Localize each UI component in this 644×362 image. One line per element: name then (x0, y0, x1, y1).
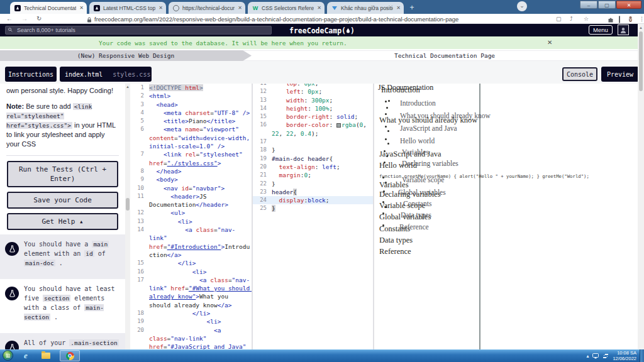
close-button[interactable]: ✕ (616, 1, 641, 9)
breadcrumb-project[interactable]: Technical Documentation Page (252, 50, 638, 61)
code-line[interactable]: 17 <a class="nav-link" href="#What you s… (130, 276, 252, 309)
save-code-button[interactable]: Save your Code (7, 192, 118, 209)
code-line[interactable]: 7 <link rel="stylesheet" href="./styles.… (130, 150, 252, 167)
chrome-taskbar-icon[interactable] (60, 350, 80, 361)
code-line[interactable]: 18 </li> (130, 309, 252, 317)
tab-close-icon[interactable]: ✕ (238, 5, 242, 11)
new-tab-button[interactable]: + (408, 3, 416, 12)
html-code-editor[interactable]: 1<!DOCTYPE html>2<html>3 <head>4 <meta c… (130, 84, 252, 349)
file-explorer-icon[interactable] (38, 351, 54, 361)
bookmark-page-icon[interactable]: ▢ (556, 16, 562, 22)
side-panel-icon[interactable] (619, 16, 620, 23)
code-line[interactable]: 17 (253, 138, 373, 146)
preview-nav-link[interactable]: Global variables (398, 189, 446, 196)
code-line[interactable]: 16 border-color: rgba(0, 22, 22, 0.4); (253, 121, 373, 138)
instructions-button[interactable]: Instructions (5, 67, 57, 82)
code-line[interactable]: 14 <a class="nav-link" href="#Introducti… (130, 226, 252, 259)
tray-network-icon[interactable] (602, 353, 609, 359)
code-line[interactable]: 23header{ (253, 188, 373, 196)
browser-tab[interactable]: Latest HTML-CSS topics - The fre✕ (89, 2, 166, 14)
code-line[interactable]: 22} (253, 180, 373, 188)
start-button[interactable]: ⊞ (3, 350, 13, 361)
code-line[interactable]: 13 <li> (130, 217, 252, 226)
preview-nav-link[interactable]: Data types (401, 211, 431, 219)
code-line[interactable]: 15 </li> (130, 259, 252, 267)
tab-close-icon[interactable]: ✕ (158, 5, 163, 11)
preview-nav-link[interactable]: Reference (399, 223, 429, 231)
code-line[interactable]: 24 display:block; (253, 196, 373, 204)
browser-tab[interactable]: WCSS Selectors Reference✕ (248, 2, 325, 14)
code-line[interactable]: 13 width: 300px; (253, 96, 373, 104)
preview-nav-link[interactable]: Constants (403, 200, 431, 207)
browser-menu-icon[interactable]: ⋮ (639, 16, 644, 22)
code-line[interactable]: 20 text-align: left; (253, 163, 373, 171)
code-line[interactable]: 16 <li> (130, 268, 252, 276)
clock[interactable]: 10:08 SA 12/06/2022 (613, 350, 636, 361)
code-line[interactable]: 12 <ul> (130, 209, 252, 217)
preview-nav-link[interactable]: JavaScript and Java (400, 124, 457, 132)
url-bar[interactable]: freecodecamp.org/learn/2022/responsive-w… (94, 16, 458, 23)
code-line[interactable]: 11 <header>JS Documentation</header> (130, 192, 252, 209)
tab-close-icon[interactable]: ✕ (79, 5, 84, 11)
code-line[interactable]: 19 <li> (130, 317, 252, 326)
panel-scrollbar[interactable]: ▲ (125, 84, 130, 349)
back-icon[interactable]: ← (6, 15, 13, 22)
star-icon[interactable]: ☆ (584, 16, 589, 22)
minimize-button[interactable]: – (580, 1, 597, 9)
notification-close-icon[interactable]: ✕ (547, 39, 552, 46)
css-code-editor[interactable]: 11 top: 0px;12 left: 0px;13 width: 300px… (253, 84, 373, 349)
preview-nav-link[interactable]: Declaring variables (402, 160, 458, 167)
code-line[interactable]: 15 border-right: solid; (253, 112, 373, 121)
browser-tab[interactable]: Technical Documentation Page:✕ (10, 2, 87, 14)
tab-index-html[interactable]: index.html (60, 71, 108, 78)
menu-button[interactable]: Menu (589, 25, 613, 35)
code-line[interactable]: 20 <a class="nav-link" href="#JavaScript… (130, 326, 252, 349)
tab-close-icon[interactable]: ✕ (396, 5, 401, 11)
preview-button[interactable]: Preview (601, 67, 639, 82)
fcc-favicon-icon (94, 5, 100, 11)
preview-nav-link[interactable]: Introduction (400, 99, 436, 107)
code-line[interactable]: 12 left: 0px; (253, 87, 373, 96)
share-icon[interactable]: ⤴ (570, 16, 573, 22)
page-scrollbar[interactable]: ▲ (638, 24, 644, 349)
code-line[interactable]: 6 <meta name="viewport" content="width=d… (130, 125, 252, 150)
breadcrumb-course[interactable]: (New) Responsive Web Design (0, 50, 252, 61)
line-number: 18 (130, 309, 144, 317)
code-line[interactable]: 1<!DOCTYPE html> (130, 84, 252, 92)
browser-tab[interactable]: https://technical-documentation✕ (169, 2, 245, 14)
profile-avatar[interactable]: V (629, 16, 632, 23)
code-line[interactable]: 8 </head> (130, 167, 252, 175)
code-line[interactable]: 3 <head> (130, 101, 252, 109)
user-avatar-button[interactable] (618, 25, 629, 35)
show-desktop-button[interactable] (640, 349, 644, 362)
code-line[interactable]: 14 height: 100%; (253, 104, 373, 112)
chevron-down-icon[interactable]: ⌄ (517, 1, 527, 11)
code-line[interactable]: 9 <body> (130, 175, 252, 184)
extensions-puzzle-icon[interactable] (608, 16, 614, 23)
tray-expand-icon[interactable]: ▴ (586, 353, 589, 359)
code-line[interactable]: 25} (253, 204, 373, 212)
console-button[interactable]: Console (562, 67, 597, 81)
code-line[interactable]: 4 <meta charset="UTF-8" /> (130, 109, 252, 117)
code-line[interactable]: 18} (253, 146, 373, 154)
tray-display-icon[interactable] (592, 353, 599, 359)
preview-nav-link[interactable]: Variables (402, 148, 429, 156)
maximize-button[interactable]: ▢ (598, 1, 616, 9)
browser-tab[interactable]: Khác nhau giữa position: absolut✕ (327, 2, 404, 14)
code-line[interactable]: 5 <title>Piano</title> (130, 117, 252, 125)
code-line[interactable]: 19#main-doc header{ (253, 155, 373, 163)
run-tests-button[interactable]: Run the Tests (Ctrl + Enter) (7, 161, 118, 187)
reload-icon[interactable]: ↻ (36, 15, 42, 22)
code-line[interactable]: 10 <nav id="navbar"> (130, 184, 252, 192)
code-line[interactable]: 21 margin:0; (253, 171, 373, 179)
line-number: 15 (130, 259, 144, 267)
forward-icon[interactable]: → (21, 15, 28, 22)
internet-explorer-icon[interactable]: e (18, 351, 34, 361)
tab-styles-css[interactable]: styles.css (108, 71, 155, 78)
file-tabs: index.html styles.css (60, 67, 152, 82)
get-help-button[interactable]: Get Help ▴ (7, 213, 118, 230)
preview-nav-link[interactable]: Hello world (400, 137, 435, 145)
tab-close-icon[interactable]: ✕ (317, 5, 321, 11)
fcc-logo[interactable]: freeCodeCamp() (0, 26, 644, 35)
code-line[interactable]: 2<html> (130, 92, 252, 100)
